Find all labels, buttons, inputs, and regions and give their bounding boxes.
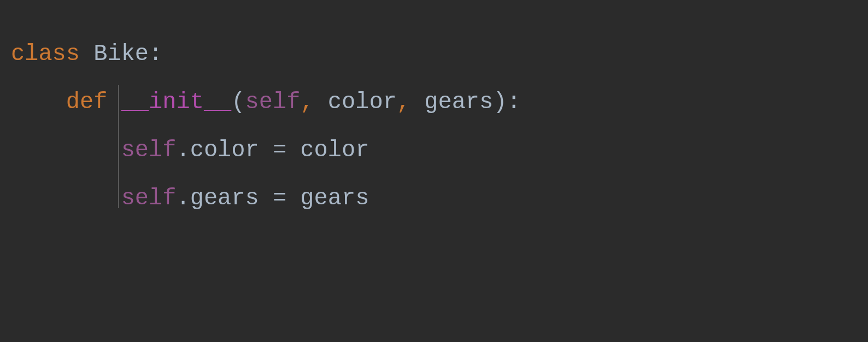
space [107,89,121,115]
class-name: Bike [93,41,149,67]
function-name: __init__ [121,89,232,115]
equals: = [259,137,301,163]
attr-color: color [190,137,259,163]
code-line-4: self.gears = gears [11,174,868,222]
paren-open: ( [231,89,245,115]
dot: . [176,185,190,211]
self-ref: self [121,185,177,211]
space [80,41,93,67]
colon: : [507,89,520,115]
self-ref: self [121,137,177,163]
paren-close: ) [493,89,507,115]
comma: , [300,89,314,115]
colon: : [149,41,162,67]
rhs-gears: gears [300,185,369,211]
code-line-2: def __init__(self, color, gears): [11,78,868,126]
code-line-3: self.color = color [11,126,868,174]
equals: = [259,185,301,211]
rhs-color: color [300,137,369,163]
code-editor: class Bike: def __init__(self, color, ge… [0,0,868,222]
attr-gears: gears [190,185,259,211]
comma: , [397,89,410,115]
param-self: self [245,89,301,115]
dot: . [176,137,190,163]
param-gears: gears [410,89,493,115]
keyword-class: class [11,41,80,67]
param-color: color [314,89,397,115]
keyword-def: def [66,89,108,115]
code-line-1: class Bike: [11,30,868,78]
